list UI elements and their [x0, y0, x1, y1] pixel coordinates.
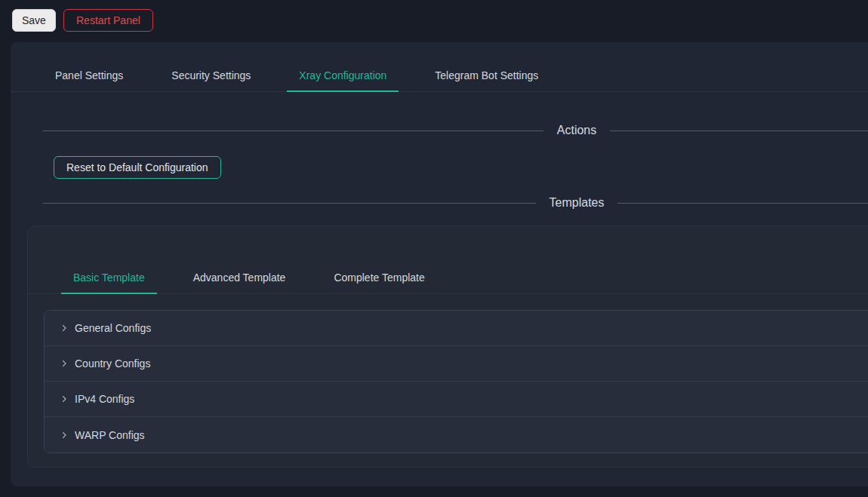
tab-security-settings[interactable]: Security Settings — [159, 69, 263, 92]
divider-line — [43, 203, 536, 204]
templates-panel: Basic Template Advanced Template Complet… — [27, 225, 868, 468]
divider-line — [43, 130, 543, 131]
actions-divider-label: Actions — [557, 124, 596, 137]
divider-line — [610, 130, 868, 131]
accordion-item-warp-configs[interactable]: WARP Configs — [45, 417, 868, 453]
chevron-right-icon — [60, 324, 69, 333]
actions-divider: Actions — [11, 122, 868, 139]
accordion-item-label: Country Configs — [75, 357, 150, 370]
chevron-right-icon — [60, 359, 69, 368]
templates-divider: Templates — [11, 195, 868, 211]
reset-default-configuration-button[interactable]: Reset to Default Configuration — [54, 156, 221, 179]
settings-tabs: Panel Settings Security Settings Xray Co… — [11, 42, 868, 92]
accordion-item-general-configs[interactable]: General Configs — [45, 311, 868, 346]
templates-divider-label: Templates — [549, 196, 605, 210]
save-button[interactable]: Save — [12, 9, 56, 32]
accordion-item-label: WARP Configs — [75, 429, 145, 441]
topbar: Save Restart Panel — [0, 0, 868, 41]
template-accordion: General Configs Country Configs IPv4 Con… — [44, 310, 868, 453]
accordion-item-ipv4-configs[interactable]: IPv4 Configs — [45, 382, 868, 417]
tab-advanced-template[interactable]: Advanced Template — [181, 272, 298, 294]
restart-panel-button[interactable]: Restart Panel — [63, 9, 153, 32]
divider-line — [617, 203, 868, 204]
tab-basic-template[interactable]: Basic Template — [61, 272, 157, 294]
tab-telegram-bot-settings[interactable]: Telegram Bot Settings — [423, 69, 550, 92]
accordion-item-label: IPv4 Configs — [75, 393, 134, 405]
tab-xray-configuration[interactable]: Xray Configuration — [287, 69, 399, 92]
accordion-item-label: General Configs — [75, 322, 151, 334]
settings-card: Panel Settings Security Settings Xray Co… — [11, 42, 868, 486]
tab-panel-settings[interactable]: Panel Settings — [43, 69, 135, 92]
chevron-right-icon — [60, 394, 69, 403]
chevron-right-icon — [60, 431, 69, 440]
template-tabs: Basic Template Advanced Template Complet… — [28, 226, 868, 294]
accordion-item-country-configs[interactable]: Country Configs — [45, 346, 868, 382]
tab-complete-template[interactable]: Complete Template — [322, 272, 436, 294]
